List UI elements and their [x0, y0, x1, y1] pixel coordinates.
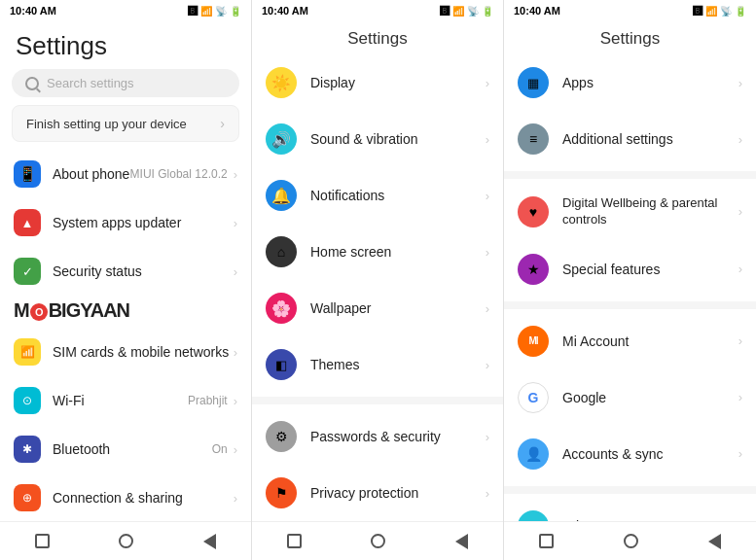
passwords-label: Passwords & security	[310, 429, 441, 444]
list-item[interactable]: 📶 SIM cards & mobile networks ›	[0, 328, 251, 376]
nav-bar-mid	[252, 521, 503, 560]
wifi-sublabel: Prabhjit	[188, 394, 228, 407]
system-apps-icon: ▲	[14, 209, 41, 236]
status-bar-right: 10:40 AM 🅱 📶 📡 🔋	[504, 0, 756, 21]
sound-content: Sound & vibration ›	[310, 131, 489, 147]
bluetooth-sublabel: On	[212, 442, 228, 456]
finish-device-label: Finish setting up your device	[26, 117, 187, 131]
list-item[interactable]: ≡ Additional settings ›	[504, 111, 756, 167]
nav-back-mid[interactable]	[455, 534, 468, 549]
wallpaper-icon: 🌸	[266, 293, 297, 324]
list-item[interactable]: G Google ›	[504, 369, 756, 426]
google-label: Google	[562, 390, 606, 405]
bluetooth-icon-mid: 🅱	[440, 6, 450, 17]
nav-square-left[interactable]	[35, 534, 50, 548]
list-item[interactable]: ⚙ Passwords & security ›	[252, 408, 503, 465]
wifi-icon-item: ⊙	[14, 387, 41, 414]
battery-icon-mid: 🔋	[482, 6, 493, 17]
right-section-3: MI Mi Account › G Google › 👤	[504, 313, 756, 482]
list-item[interactable]: 👁 Privacy ›	[504, 498, 756, 521]
connection-content: Connection & sharing ›	[53, 490, 237, 506]
list-item[interactable]: 🔔 Notifications ›	[252, 167, 503, 224]
list-item[interactable]: ⌂ Home screen ›	[252, 224, 503, 280]
settings-heading: Settings	[0, 21, 251, 69]
bluetooth-icon-item: ✱	[14, 436, 41, 463]
list-item[interactable]: ♥ Digital Wellbeing & parental controls …	[504, 183, 756, 241]
sim-icon-item: 📶	[14, 338, 41, 366]
nav-circle-left[interactable]	[119, 534, 133, 548]
search-icon	[25, 77, 39, 90]
watermark: MOBIGYAAN	[0, 296, 251, 328]
notifications-label: Notifications	[310, 188, 384, 203]
status-bar-left: 10:40 AM 🅱 📶 📡 🔋	[0, 0, 251, 21]
left-section-1: 📱 About phone MIUI Global 12.0.2 › ▲ Sys…	[0, 150, 251, 296]
google-content: Google ›	[562, 390, 742, 405]
nav-back-left[interactable]	[203, 534, 216, 549]
nav-back-right[interactable]	[708, 534, 721, 549]
right-panel-title: Settings	[504, 21, 756, 54]
watermark-circle: O	[30, 303, 48, 321]
themes-chevron-icon: ›	[486, 358, 489, 372]
system-apps-label: System apps updater	[53, 215, 181, 230]
passwords-chevron-icon: ›	[486, 430, 489, 444]
list-item[interactable]: ◧ Themes ›	[252, 336, 503, 393]
battery-icon-right: 🔋	[735, 6, 746, 17]
list-item[interactable]: MI Mi Account ›	[504, 313, 756, 369]
finish-chevron-icon: ›	[220, 116, 225, 131]
home-screen-label: Home screen	[310, 244, 391, 260]
list-item[interactable]: ✓ Security status ›	[0, 247, 251, 296]
right-divider-3	[504, 486, 756, 494]
display-content: Display ›	[310, 75, 489, 90]
wifi-chevron-icon: ›	[234, 394, 237, 408]
system-apps-chevron-icon: ›	[234, 216, 237, 230]
list-item[interactable]: 📱 About phone MIUI Global 12.0.2 ›	[0, 150, 251, 198]
bluetooth-icon: 🅱	[188, 6, 198, 17]
list-item[interactable]: ⚑ Privacy protection ›	[252, 465, 503, 521]
wallpaper-label: Wallpaper	[310, 300, 372, 316]
right-divider-2	[504, 301, 756, 309]
finish-device-bar[interactable]: Finish setting up your device ›	[12, 105, 239, 142]
nav-square-mid[interactable]	[287, 534, 302, 548]
nav-bar-right	[504, 521, 756, 560]
sim-label: SIM cards & mobile networks	[53, 344, 229, 360]
status-icons-right: 🅱 📶 📡 🔋	[693, 6, 746, 17]
list-item[interactable]: ★ Special features ›	[504, 241, 756, 298]
sim-icon: 📶	[200, 6, 212, 17]
panel-mid: 10:40 AM 🅱 📶 📡 🔋 Settings ☀️ Display ›	[252, 0, 504, 560]
about-phone-icon: 📱	[14, 160, 41, 188]
search-placeholder: Search settings	[47, 76, 134, 90]
list-item[interactable]: 👤 Accounts & sync ›	[504, 426, 756, 482]
list-item[interactable]: ✱ Bluetooth On ›	[0, 425, 251, 473]
list-item[interactable]: ▦ Apps ›	[504, 54, 756, 111]
list-item[interactable]: ⊕ Connection & sharing ›	[0, 473, 251, 521]
notifications-icon: 🔔	[266, 180, 297, 211]
list-item[interactable]: 🌸 Wallpaper ›	[252, 280, 503, 336]
connection-label: Connection & sharing	[53, 490, 183, 506]
security-chevron-icon: ›	[234, 264, 237, 279]
nav-circle-mid[interactable]	[371, 534, 385, 548]
apps-right-icon: ▦	[518, 67, 549, 98]
battery-icon: 🔋	[230, 6, 241, 17]
list-item[interactable]: 🔊 Sound & vibration ›	[252, 111, 503, 167]
additional-right-icon: ≡	[518, 123, 549, 155]
connection-chevron-icon: ›	[234, 491, 237, 506]
list-item[interactable]: ☀️ Display ›	[252, 54, 503, 111]
wifi-content: Wi-Fi Prabhjit ›	[53, 393, 237, 408]
system-apps-content: System apps updater ›	[53, 215, 237, 230]
passwords-content: Passwords & security ›	[310, 429, 489, 444]
connection-icon: ⊕	[14, 484, 41, 511]
left-panel-content: Settings Search settings Finish setting …	[0, 21, 251, 521]
sim-icon-mid: 📶	[452, 6, 464, 17]
nav-circle-right[interactable]	[624, 534, 638, 548]
notifications-chevron-icon: ›	[486, 189, 489, 203]
about-phone-content: About phone MIUI Global 12.0.2 ›	[53, 166, 237, 182]
search-bar[interactable]: Search settings	[12, 69, 239, 97]
additional-right-content: Additional settings ›	[562, 131, 742, 147]
list-item[interactable]: ⊙ Wi-Fi Prabhjit ›	[0, 376, 251, 425]
nav-square-right[interactable]	[539, 534, 554, 548]
list-item[interactable]: ▲ System apps updater ›	[0, 198, 251, 247]
wifi-right: Prabhjit ›	[188, 394, 237, 408]
themes-label: Themes	[310, 357, 360, 372]
privacy-prot-icon: ⚑	[266, 477, 297, 508]
home-screen-chevron-icon: ›	[486, 245, 489, 260]
